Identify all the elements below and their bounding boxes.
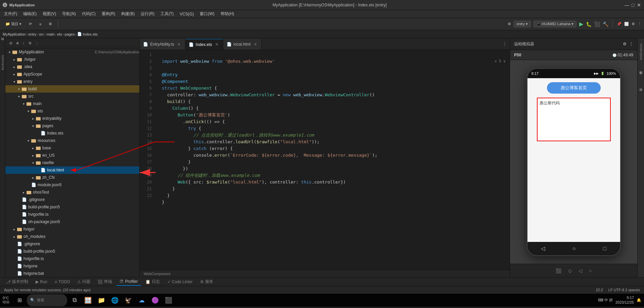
menu-item-n[interactable]: 导航(N) — [59, 10, 79, 17]
tree-item-14[interactable]: ▸en_US — [5, 152, 139, 159]
tab-run[interactable]: ▶ Run — [32, 277, 51, 286]
notifications-vtab[interactable]: Notifications — [638, 41, 644, 63]
tree-item-13[interactable]: ▸base — [5, 144, 139, 152]
tab-log[interactable]: 📋 日志 — [142, 277, 163, 286]
bc-entry[interactable]: entry — [28, 32, 36, 36]
tab-localhtml[interactable]: 📄 local.html ✕ — [223, 39, 262, 50]
tree-item-17[interactable]: ▸zh_CN — [5, 174, 139, 181]
menu-item-v[interactable]: 视图(V) — [40, 10, 59, 17]
tree-item-18[interactable]: 📄module.json5 — [5, 181, 139, 189]
tab-codelinter[interactable]: ✓ Code Linter — [164, 277, 196, 286]
phone-blog-button[interactable]: 惠公博客首页 — [547, 82, 601, 94]
stop-button[interactable]: ⬛ — [594, 21, 600, 27]
collapse-all-btn[interactable]: ⊟ — [8, 41, 13, 46]
bc-ets[interactable]: ets — [57, 32, 62, 36]
menu-item-f[interactable]: 文件(F) — [1, 10, 20, 17]
menu-item-r[interactable]: 运行(R) — [138, 10, 157, 17]
windows-start-btn[interactable]: ⊞ — [13, 294, 26, 306]
recent-icon[interactable]: □ — [603, 246, 606, 252]
tree-item-24[interactable]: ▸hvigor — [5, 225, 139, 233]
structure-tab[interactable]: 结构 — [0, 41, 5, 45]
tab-terminal[interactable]: ⬛ 终端 — [94, 277, 116, 286]
emu-icon3[interactable]: ◁ — [579, 268, 582, 273]
menu-item-w[interactable]: 窗口(W) — [197, 10, 217, 17]
plugin-market-vtab[interactable]: 插件市场 — [638, 74, 644, 80]
search-taskbar[interactable]: 🔍 搜索 — [27, 294, 67, 306]
settings-icon[interactable]: ⚙ — [508, 22, 511, 26]
tab-entryability[interactable]: 📄 EntryAbility.ts ✕ — [140, 39, 185, 50]
tree-item-19[interactable]: ▸ohosTest — [5, 189, 139, 196]
more-icon[interactable]: ⋮ — [638, 22, 641, 26]
minimize-button[interactable]: — — [625, 3, 629, 7]
home-icon[interactable]: ○ — [572, 246, 576, 252]
build-button[interactable]: 🔨 — [603, 21, 608, 27]
tree-item-26[interactable]: 📄.gitignore — [5, 240, 139, 248]
pin-icon[interactable]: 📌 — [617, 22, 622, 26]
bc-pages[interactable]: pages — [65, 32, 75, 36]
menu-item-vcsg[interactable]: VCS(G) — [177, 11, 196, 17]
tree-item-21[interactable]: 📄build-profile.json5 — [5, 203, 139, 211]
tab-version-control[interactable]: ⎇ 版本控制 — [3, 277, 32, 286]
menu-item-c[interactable]: 代码(C) — [79, 10, 98, 17]
close-button[interactable]: ✕ — [637, 3, 641, 7]
taskbar-app5[interactable]: ☁ — [136, 294, 148, 306]
device-dropdown[interactable]: 📱 HUAWEI Lahaina ▾ — [534, 21, 577, 27]
menu-item-r[interactable]: 重构(R) — [99, 10, 118, 17]
maximize-button[interactable]: □ — [631, 3, 635, 7]
tab-problems[interactable]: ⚠ 问题 — [74, 277, 94, 286]
tab-profiler[interactable]: ⏱ Profiler — [116, 277, 141, 286]
menu-item-e[interactable]: 编辑(E) — [20, 10, 39, 17]
tree-item-9[interactable]: ▸entryability — [5, 115, 139, 122]
tree-item-5[interactable]: ▾build — [5, 85, 139, 93]
emu-icon2[interactable]: ◇ — [568, 268, 572, 273]
menu-item-b[interactable]: 构建(B) — [119, 10, 137, 17]
close-tab-indexets[interactable]: ✕ — [214, 42, 220, 47]
emu-icon1[interactable]: ⬛ — [556, 268, 561, 273]
sync-button[interactable]: ⟳ — [26, 21, 35, 27]
bc-src[interactable]: src — [39, 32, 44, 36]
tab-service[interactable]: ⚙ 服务 — [197, 277, 217, 286]
menu-item-h[interactable]: 帮助(H) — [218, 10, 237, 17]
bookmarks-tab[interactable]: Bookmarks — [0, 53, 5, 72]
tree-item-29[interactable]: 📄hvigorw — [5, 262, 139, 270]
tree-item-0[interactable]: ▾MyApplicationE:\HarmonyOS\MyApplication — [5, 48, 139, 56]
tree-item-16[interactable]: 📄local.html — [5, 166, 139, 174]
tree-item-27[interactable]: 📄build-profile.json5 — [5, 248, 139, 255]
taskbar-app6[interactable]: 🟣 — [149, 294, 161, 306]
tab-indexets[interactable]: 📄 Index.ets ✕ — [185, 39, 223, 50]
emu-icon4[interactable]: ○ — [589, 268, 592, 273]
tree-item-30[interactable]: 📄hvigorw.bat — [5, 270, 139, 277]
bc-indexets[interactable]: Index.ets — [83, 32, 98, 36]
run-config-dropdown[interactable]: entry ▾ — [514, 21, 531, 27]
menu-item-t[interactable]: 工具(T) — [158, 10, 176, 17]
tree-item-25[interactable]: ▸oh_modules — [5, 233, 139, 240]
more-tabs-btn[interactable]: ⋮ — [500, 38, 510, 50]
sort-btn[interactable]: ↕ — [21, 41, 26, 46]
emu-more-icon[interactable]: ⋮ — [629, 42, 633, 46]
help-vtab[interactable]: 帮助 — [638, 91, 644, 96]
project-dropdown[interactable]: 📁 项目 ▾ — [3, 20, 24, 28]
layout-icon[interactable]: ⬜ — [624, 22, 629, 26]
tree-item-23[interactable]: 📄oh-package.json5 — [5, 218, 139, 225]
tree-item-11[interactable]: 📄Index.ets — [5, 130, 139, 137]
taskbar-app3[interactable]: 🌐 — [109, 294, 121, 306]
taskview-btn[interactable]: ⧉ — [68, 294, 81, 306]
notification-icon[interactable]: 🔔 — [637, 298, 641, 302]
close-tab-localhtml[interactable]: ✕ — [252, 42, 258, 47]
taskbar-app7[interactable]: ⬛ — [163, 294, 175, 306]
tree-item-4[interactable]: ▾entry — [5, 78, 139, 85]
tree-item-20[interactable]: 📄.gitignore — [5, 196, 139, 203]
close-tab-entryability[interactable]: ✕ — [176, 42, 182, 47]
debug-button[interactable]: 🐛 — [586, 21, 592, 27]
more-btn[interactable]: ⋮ — [34, 41, 40, 46]
settings-btn[interactable]: ⚙ — [27, 41, 33, 46]
tree-item-10[interactable]: ▾pages — [5, 122, 139, 130]
settings-button[interactable]: ⚙ — [46, 21, 55, 27]
settings2-icon[interactable]: ⚙ — [632, 22, 635, 26]
taskbar-app1[interactable]: 🪟 — [82, 294, 94, 306]
code-editor[interactable]: import web_webview from '@ohos.web.webvi… — [158, 50, 510, 270]
run-button[interactable]: ▶ — [579, 21, 583, 27]
tree-item-22[interactable]: 📄hvigorfile.ts — [5, 211, 139, 218]
tree-item-1[interactable]: ▸.hvigor — [5, 56, 139, 63]
tree-item-8[interactable]: ▾ets — [5, 107, 139, 115]
